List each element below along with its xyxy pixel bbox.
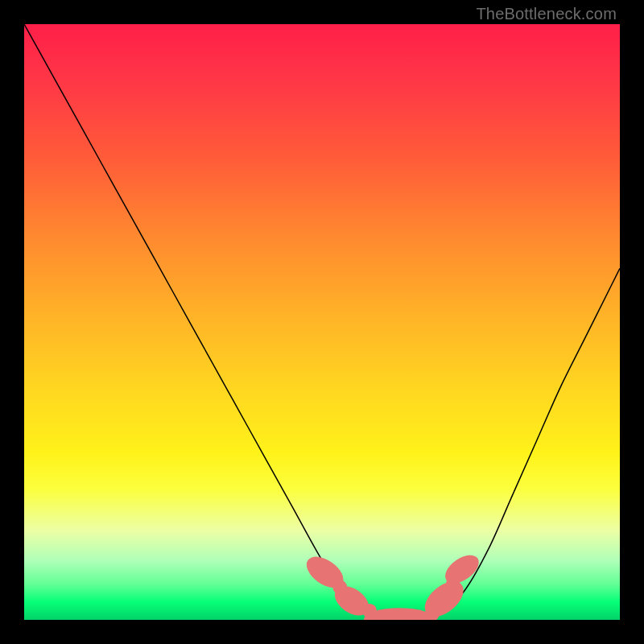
chart-svg [24, 24, 620, 620]
chart-frame: TheBottleneck.com [0, 0, 644, 644]
bottleneck-curve [24, 24, 620, 620]
plot-area [24, 24, 620, 620]
watermark-text: TheBottleneck.com [476, 5, 617, 23]
